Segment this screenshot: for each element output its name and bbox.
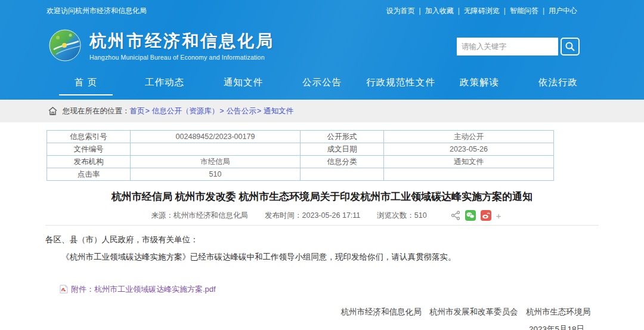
table-row: 文件编号 成文日期 2023-05-26 [47, 143, 554, 156]
weibo-icon [482, 212, 490, 219]
top-link-separator: | [543, 7, 544, 15]
top-link-set-home[interactable]: 设为首页 [386, 6, 415, 16]
home-icon[interactable] [48, 106, 58, 116]
active-tab-underline [59, 94, 113, 95]
main-nav: 首 页 工作动态 通知文件 公示公告 行政规范性文件 政策解读 依法行政 [0, 73, 644, 100]
breadcrumb-link-home[interactable]: 首页 [130, 106, 145, 116]
top-links: 设为首页 | 加入收藏 | 无障碍浏览 | 智能问答 | 用户中心 [386, 6, 578, 16]
nav-item-administration-by-law[interactable]: 依法行政 [519, 76, 597, 100]
top-link-separator: | [458, 7, 460, 15]
site-logo[interactable] [49, 29, 81, 61]
search-button[interactable] [561, 38, 580, 55]
site-name: 杭州市经济和信息化局 [89, 30, 274, 53]
nav-item-work-news[interactable]: 工作动态 [125, 76, 204, 100]
table-row: 信息索引号 002489452/2023-00179 公开形式 主动公开 [47, 131, 554, 143]
main-content: 信息索引号 002489452/2023-00179 公开形式 主动公开 文件编… [0, 130, 644, 330]
breadcrumb-link-notices[interactable]: 通知文件 [264, 106, 293, 116]
body-paragraph: 《杭州市工业领域碳达峰实施方案》已经市碳达峰碳中和工作领导小组同意，现印发给你们… [45, 251, 599, 264]
breadcrumb: 您现在所在的位置： 首页 > 信息公开（资源库） > 公告公示 > 通知文件 [0, 100, 644, 122]
pdf-icon [60, 285, 68, 294]
nav-item-regulatory-documents[interactable]: 行政规范性文件 [361, 76, 440, 100]
document-date: 2023年5月18日 [0, 324, 584, 330]
nav-item-announcements[interactable]: 公示公告 [283, 76, 361, 100]
signature-agencies: 杭州市经济和信息化局 杭州市发展和改革委员会 杭州市生态环境局 [0, 307, 590, 317]
divider [45, 225, 599, 226]
nav-item-notices[interactable]: 通知文件 [204, 76, 283, 100]
wechat-icon [466, 212, 475, 219]
brand-row: 杭州市经济和信息化局 Hangzhou Municipal Bureau of … [0, 18, 644, 73]
top-link-user-center[interactable]: 用户中心 [549, 6, 577, 16]
source-label: 来源：杭州市经济和信息化局 [151, 211, 249, 221]
plus-icon[interactable]: + [496, 211, 501, 221]
wechat-share-button[interactable] [465, 210, 476, 221]
table-row: 点击率 510 [47, 168, 554, 181]
search-input[interactable] [457, 38, 558, 55]
document-info-table: 信息索引号 002489452/2023-00179 公开形式 主动公开 文件编… [47, 130, 554, 181]
breadcrumb-link-info-disclosure[interactable]: 信息公开（资源库） [152, 106, 219, 116]
top-link-favorite[interactable]: 加入收藏 [425, 6, 454, 16]
salutation-text: 各区、县（市）人民政府，市级有关单位： [45, 235, 644, 245]
attachment-row: 附件：杭州市工业领域碳达峰实施方案.pdf [60, 284, 644, 295]
brand-text: 杭州市经济和信息化局 Hangzhou Municipal Bureau of … [89, 30, 274, 61]
publish-time-label: 发布时间：2023-05-26 17:11 [265, 211, 360, 221]
nav-item-policy-interpretation[interactable]: 政策解读 [440, 76, 519, 100]
share-icon[interactable] [451, 211, 460, 220]
attachment-link[interactable]: 附件：杭州市工业领域碳达峰实施方案.pdf [71, 284, 216, 295]
welcome-text: 欢迎访问杭州市经济和信息化局 [47, 6, 147, 16]
top-bar: 欢迎访问杭州市经济和信息化局 设为首页 | 加入收藏 | 无障碍浏览 | 智能问… [0, 0, 644, 18]
view-count-label: 浏览次数：510 [377, 211, 426, 221]
top-link-accessibility[interactable]: 无障碍浏览 [464, 6, 500, 16]
weibo-share-button[interactable] [481, 210, 491, 221]
table-row: 发布机构 市经信局 信息分类 通知文件 [47, 156, 554, 168]
top-link-smart-qa[interactable]: 智能问答 [510, 6, 538, 16]
breadcrumb-link-announcements[interactable]: 公告公示 [227, 106, 256, 116]
search-icon [565, 41, 575, 52]
article-meta: 来源：杭州市经济和信息化局 发布时间：2023-05-26 17:11 浏览次数… [0, 210, 644, 221]
breadcrumb-prefix: 您现在所在的位置： [63, 106, 130, 116]
page-title: 杭州市经信局 杭州市发改委 杭州市生态环境局关于印发杭州市工业领域碳达峰实施方案… [0, 190, 644, 203]
site-name-english: Hangzhou Municipal Bureau of Economy and… [89, 54, 274, 61]
search-box [457, 38, 580, 55]
top-link-separator: | [504, 7, 506, 15]
top-link-separator: | [419, 7, 421, 15]
share-buttons: + [451, 210, 501, 221]
nav-item-home[interactable]: 首 页 [47, 76, 125, 100]
site-header: 欢迎访问杭州市经济和信息化局 设为首页 | 加入收藏 | 无障碍浏览 | 智能问… [0, 0, 644, 100]
